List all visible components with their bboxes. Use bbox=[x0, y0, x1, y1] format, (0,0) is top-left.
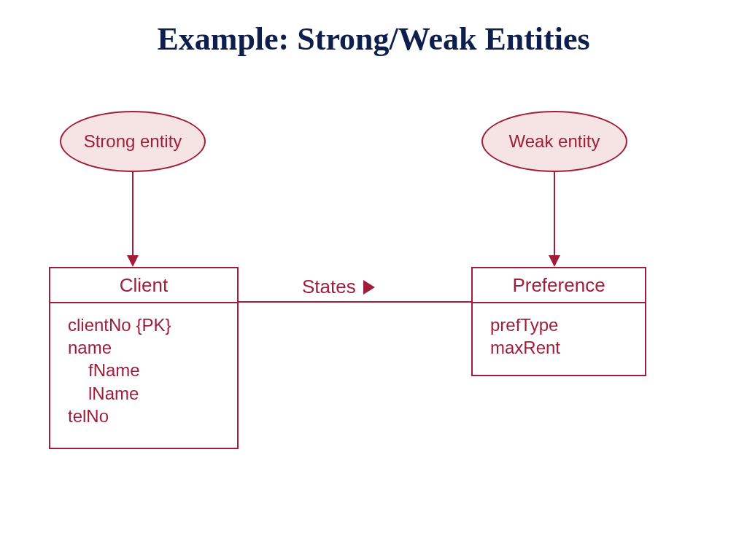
entity-preference: Preference prefType maxRent bbox=[471, 267, 646, 376]
entity-client-attributes: clientNo {PK} name fName lName telNo bbox=[50, 303, 237, 439]
callout-strong-entity: Strong entity bbox=[60, 111, 206, 172]
arrowhead-down-icon bbox=[549, 255, 560, 267]
attr-preftype: prefType bbox=[490, 314, 645, 336]
relationship-line bbox=[239, 301, 471, 303]
attr-lname: lName bbox=[68, 382, 237, 405]
callout-weak-entity: Weak entity bbox=[481, 111, 627, 172]
arrow-line-strong bbox=[132, 172, 133, 255]
relationship-label: States bbox=[302, 276, 375, 298]
relationship-text: States bbox=[302, 276, 356, 298]
entity-preference-header: Preference bbox=[473, 268, 645, 303]
attr-clientno: clientNo {PK} bbox=[68, 314, 237, 336]
attr-name: name bbox=[68, 336, 237, 359]
entity-client-header: Client bbox=[50, 268, 237, 303]
page-title: Example: Strong/Weak Entities bbox=[0, 20, 747, 58]
entity-client: Client clientNo {PK} name fName lName te… bbox=[49, 267, 239, 449]
entity-preference-attributes: prefType maxRent bbox=[473, 303, 645, 370]
attr-maxrent: maxRent bbox=[490, 336, 645, 359]
arrowhead-down-icon bbox=[127, 255, 139, 267]
triangle-right-icon bbox=[363, 280, 375, 295]
attr-telno: telNo bbox=[68, 405, 237, 427]
arrow-line-weak bbox=[554, 172, 555, 255]
attr-fname: fName bbox=[68, 359, 237, 381]
